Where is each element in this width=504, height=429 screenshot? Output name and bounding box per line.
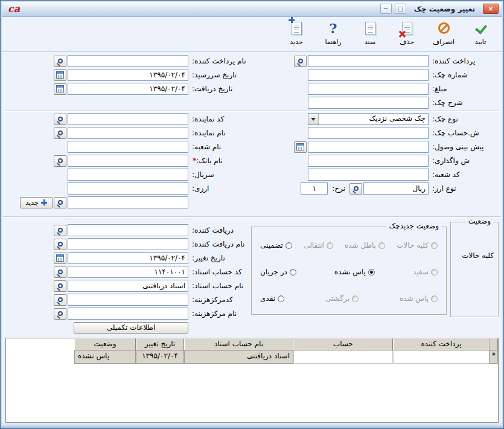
- row-indicator[interactable]: *: [490, 350, 498, 364]
- receive-date-input[interactable]: ۱۳۹۵/۰۲/۰۴: [68, 83, 188, 95]
- table-row[interactable]: * اسناد دریافتنی ۱۳۹۵/۰۲/۰۴ پاس نشده: [6, 350, 498, 364]
- agent-code-search-button[interactable]: [54, 114, 66, 125]
- radio-in-progress[interactable]: در جریان: [260, 268, 296, 276]
- column-header-status[interactable]: وضعیت: [74, 338, 136, 350]
- payer-search-button[interactable]: [294, 56, 307, 67]
- agent-name-input[interactable]: [68, 127, 188, 139]
- radio-not-cleared[interactable]: پاس نشده: [334, 268, 375, 276]
- currency-search-button[interactable]: [349, 183, 362, 195]
- window-controls: − □ تغییر وضعیت چک ×: [380, 4, 499, 14]
- radio-selected-icon[interactable]: [368, 269, 375, 276]
- agent-name-label: نام نماینده:: [190, 129, 253, 137]
- receiver-name-search-button[interactable]: [54, 239, 66, 250]
- close-button[interactable]: ×: [483, 4, 499, 14]
- check-description-input[interactable]: [308, 97, 429, 109]
- status-section: وضعیت کلیه حالات وضعیت جدیدچک کلیه حالات…: [1, 218, 503, 338]
- fx-input[interactable]: [68, 182, 188, 195]
- radio-icon[interactable]: [285, 242, 292, 249]
- change-date-input[interactable]: ۱۳۹۵/۰۲/۰۴: [68, 252, 188, 264]
- serial-input[interactable]: [68, 169, 188, 181]
- delete-button[interactable]: حذف: [392, 20, 421, 46]
- search-icon: [58, 269, 63, 274]
- receiver-input[interactable]: [68, 224, 188, 236]
- search-icon: [58, 311, 63, 316]
- bank-name-input[interactable]: [68, 155, 188, 167]
- row-indicator-header: [490, 338, 498, 350]
- radio-icon[interactable]: [278, 295, 284, 302]
- radio-cash[interactable]: نقدی: [260, 294, 284, 303]
- cell-change-date[interactable]: ۱۳۹۵/۰۲/۰۴: [136, 350, 184, 364]
- change-date-calendar-button[interactable]: [54, 253, 66, 264]
- collection-forecast-label: پیش بینی وصول:: [430, 143, 499, 151]
- extra-input[interactable]: [68, 196, 188, 208]
- extra-search-button[interactable]: [54, 197, 66, 208]
- doc-account-code-label: کد حساب اسناد:: [190, 268, 253, 276]
- maximize-button[interactable]: □: [395, 4, 406, 14]
- column-header-payer[interactable]: پرداخت کننده: [393, 338, 490, 350]
- agent-code-input[interactable]: [68, 113, 188, 125]
- help-icon: [330, 20, 337, 36]
- receiver-name-input[interactable]: [68, 238, 188, 250]
- receiver-search-button[interactable]: [54, 225, 66, 236]
- new-status-row-3: پاس شده برگشتی نقدی: [260, 294, 438, 303]
- status-groupbox: وضعیت کلیه حالات: [450, 222, 499, 317]
- radio-icon[interactable]: [290, 269, 296, 276]
- search-icon: [58, 59, 63, 63]
- help-button[interactable]: راهنما: [319, 20, 348, 46]
- cell-account[interactable]: [293, 350, 393, 364]
- payer-name-input[interactable]: [68, 55, 188, 67]
- calendar-icon: [296, 143, 304, 150]
- collection-forecast-input[interactable]: [308, 141, 429, 153]
- minimize-button[interactable]: −: [380, 4, 392, 14]
- column-header-doc-name[interactable]: نام حساب اسناد: [184, 338, 293, 350]
- cost-center-name-search-button[interactable]: [54, 308, 66, 320]
- branch-code-input[interactable]: [308, 169, 429, 181]
- amount-input[interactable]: [308, 83, 429, 95]
- new-button[interactable]: جدید: [282, 20, 311, 46]
- search-icon: [58, 283, 63, 288]
- title-bar: ca − □ تغییر وضعیت چک ×: [2, 2, 502, 17]
- doc-account-code-search-button[interactable]: [54, 266, 66, 278]
- due-date-input[interactable]: ۱۳۹۵/۰۲/۰۴: [68, 69, 188, 81]
- new-row-button[interactable]: جدید: [20, 197, 53, 208]
- branch-name-input[interactable]: [68, 141, 188, 153]
- cancel-button[interactable]: انصراف: [429, 20, 458, 46]
- receive-date-calendar-button[interactable]: [54, 83, 66, 95]
- doc-account-name-input[interactable]: اسناد دریافتنی: [68, 280, 188, 292]
- doc-account-name-search-button[interactable]: [54, 280, 66, 292]
- due-date-calendar-button[interactable]: [54, 69, 66, 81]
- voucher-button[interactable]: سند: [356, 20, 384, 46]
- chevron-down-icon[interactable]: [308, 114, 319, 124]
- cell-status[interactable]: پاس نشده: [74, 350, 136, 364]
- search-icon: [58, 131, 63, 135]
- radio-guaranteed[interactable]: تضمینی: [260, 241, 292, 250]
- receiver-label: دریافت کننده:: [190, 226, 253, 234]
- doc-account-code-input[interactable]: ۱۱۴۰۱۰۰۱: [68, 266, 188, 278]
- cell-doc-name[interactable]: اسناد دریافتنی: [184, 350, 293, 364]
- cost-center-code-input[interactable]: [68, 294, 188, 306]
- payer-name-search-button[interactable]: [54, 56, 66, 67]
- bank-name-label: نام بانک:*: [190, 156, 253, 165]
- collection-forecast-calendar-button[interactable]: [294, 141, 307, 153]
- cost-center-name-input[interactable]: [68, 308, 188, 320]
- receive-date-label: تاریخ دریافت:: [190, 85, 253, 93]
- column-header-account[interactable]: حساب: [293, 338, 393, 350]
- agent-name-search-button[interactable]: [54, 127, 66, 139]
- rate-input[interactable]: ۱: [301, 182, 328, 195]
- change-check-status-window: ca − □ تغییر وضعیت چک × تایید انصراف حذف…: [0, 0, 504, 429]
- check-number-input[interactable]: [308, 69, 429, 81]
- cell-payer[interactable]: [393, 350, 490, 364]
- confirm-button[interactable]: تایید: [466, 20, 495, 46]
- cost-center-code-search-button[interactable]: [54, 294, 66, 306]
- assignment-number-input[interactable]: [308, 155, 429, 167]
- check-account-input[interactable]: [308, 127, 429, 139]
- assignment-number-label: ش واگذاری:: [430, 156, 499, 165]
- additional-info-button[interactable]: اطلاعات تکمیلی: [74, 322, 188, 334]
- currency-type-input[interactable]: ریال: [363, 182, 429, 195]
- grid-header: پرداخت کننده حساب نام حساب اسناد تاریخ ت…: [6, 338, 498, 350]
- check-type-dropdown[interactable]: چک شخصی نزدیک: [308, 113, 429, 125]
- payer-input[interactable]: [308, 55, 429, 67]
- column-header-change-date[interactable]: تاریخ تغییر: [136, 338, 184, 350]
- bank-name-search-button[interactable]: [54, 155, 66, 167]
- radio-voided: باطل شده: [345, 241, 385, 250]
